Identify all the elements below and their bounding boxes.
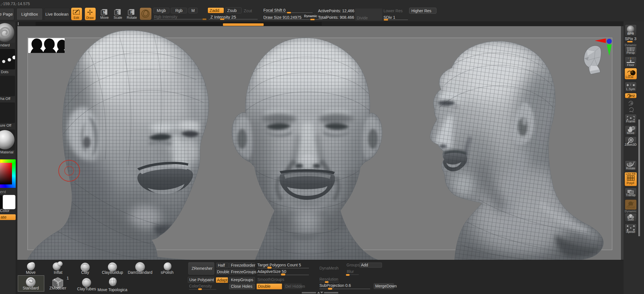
svg-text:L.Sym: L.Sym [626, 87, 635, 91]
svg-text:ColorDensity: ColorDensity [189, 284, 212, 288]
svg-text:Groups: Groups [346, 263, 360, 267]
svg-text:Local: Local [626, 75, 633, 79]
svg-text:Move: Move [627, 131, 635, 135]
svg-text:≡: ≡ [628, 57, 629, 59]
svg-text:Scale: Scale [114, 16, 122, 20]
svg-text:SPix 3: SPix 3 [625, 36, 637, 41]
svg-text:BPR: BPR [627, 32, 634, 35]
svg-text:FreezeBorder: FreezeBorder [231, 263, 255, 268]
svg-text:ClayTubes: ClayTubes [77, 287, 96, 291]
svg-text:▼: ▼ [630, 57, 632, 59]
svg-text:Resolution: Resolution [319, 277, 338, 281]
svg-text:z: z [632, 111, 633, 113]
svg-text:Frame: Frame [626, 120, 635, 123]
svg-text:Adapt: Adapt [217, 278, 227, 282]
svg-text:Inflat: Inflat [54, 270, 62, 275]
svg-text:Solo: Solo [627, 218, 634, 221]
svg-text:sPolish: sPolish [161, 270, 173, 275]
svg-text:Move Topologica: Move Topologica [98, 287, 128, 292]
svg-text:Zoom3D: Zoom3D [625, 143, 637, 146]
svg-text:R: R [130, 10, 133, 15]
svg-text:Target Polygons Count 5: Target Polygons Count 5 [257, 263, 301, 267]
svg-text:Add: Add [361, 263, 368, 267]
svg-text:Del Hidden: Del Hidden [285, 284, 305, 289]
svg-text:Use Polypaint: Use Polypaint [189, 277, 214, 282]
svg-text:FreezeGroups: FreezeGroups [231, 270, 256, 274]
svg-text:Ghost: Ghost [626, 205, 635, 209]
svg-text:DamStandard: DamStandard [128, 270, 152, 275]
svg-text:Edit: Edit [74, 16, 79, 19]
svg-text:Half: Half [218, 263, 225, 268]
svg-text:MergeDown: MergeDown [375, 284, 397, 288]
svg-text:SmoothGroups: SmoothGroups [257, 277, 284, 282]
svg-text:Persp: Persp [627, 51, 635, 54]
svg-text:XYZ: XYZ [629, 94, 635, 98]
svg-text:KeepGroups: KeepGroups [231, 277, 253, 282]
svg-text:Dynamic: Dynamic [625, 44, 637, 47]
svg-text:ZModeler: ZModeler [49, 286, 66, 290]
svg-text:Dynamic: Dynamic [625, 210, 637, 213]
svg-text:S: S [117, 10, 119, 15]
svg-text:Double: Double [258, 284, 271, 289]
svg-text:Move: Move [100, 16, 109, 20]
svg-text:Transp: Transp [626, 193, 635, 197]
svg-text:DynaMesh: DynaMesh [319, 266, 339, 270]
svg-text:Draw: Draw [86, 16, 94, 19]
svg-text:Line Fill: Line Fill [626, 172, 635, 175]
svg-text:M: M [103, 10, 106, 15]
svg-text:ZRemesher: ZRemesher [192, 266, 212, 271]
svg-text:1: 1 [67, 276, 69, 280]
svg-text:Rotate: Rotate [127, 16, 137, 20]
svg-text:AdaptiveSize 50: AdaptiveSize 50 [257, 269, 286, 274]
svg-text:≡: ≡ [632, 57, 633, 59]
svg-text:Blur: Blur [347, 269, 354, 274]
svg-text:Double: Double [217, 270, 230, 274]
svg-text:Rotate: Rotate [626, 166, 635, 170]
svg-text:Xpose: Xpose [626, 230, 635, 233]
svg-text:Clay: Clay [81, 270, 89, 275]
svg-text:Close Holes: Close Holes [231, 284, 252, 289]
svg-text:Floor: Floor [627, 63, 634, 67]
svg-text:Move: Move [26, 270, 36, 275]
svg-text:ClayBuildup: ClayBuildup [102, 270, 123, 275]
svg-text:Standard: Standard [23, 286, 39, 290]
svg-text:SubProjection 0.6: SubProjection 0.6 [319, 283, 351, 288]
svg-text:PolyF: PolyF [627, 181, 635, 185]
